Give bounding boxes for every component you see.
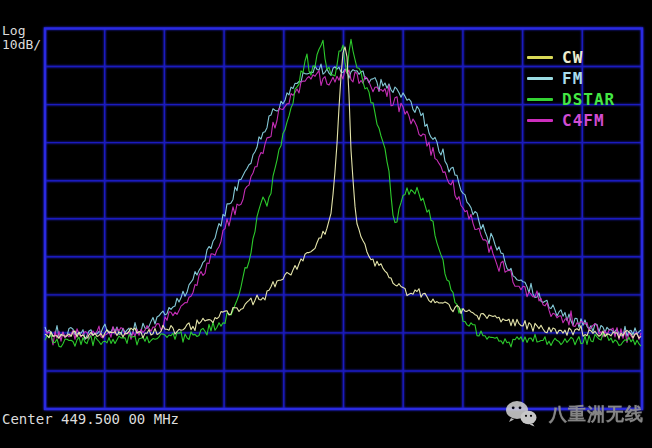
watermark: 八重洲无线 [505,400,644,427]
legend-item-dstar: DSTAR [527,89,615,109]
legend-label-cw: CW [562,48,583,67]
spectrum-analyzer-screen: Log 10dB/ Center 449.500 00 MHz CW FM DS… [0,0,652,448]
legend-label-fm: FM [562,69,583,88]
legend-item-fm: FM [527,68,615,88]
wechat-icon [505,400,537,427]
legend-item-cw: CW [527,47,615,67]
amplitude-scale-readout: Log 10dB/ [2,24,41,52]
fm-trace-swatch [527,77,553,80]
legend-label-c4fm: C4FM [562,111,605,130]
legend-item-c4fm: C4FM [527,110,615,130]
watermark-text: 八重洲无线 [549,402,644,426]
trace-legend: CW FM DSTAR C4FM [527,47,615,131]
dstar-trace-swatch [527,98,553,101]
center-frequency-readout: Center 449.500 00 MHz [2,412,179,426]
cw-trace-swatch [527,56,553,59]
legend-label-dstar: DSTAR [562,90,615,109]
c4fm-trace-swatch [527,119,553,122]
